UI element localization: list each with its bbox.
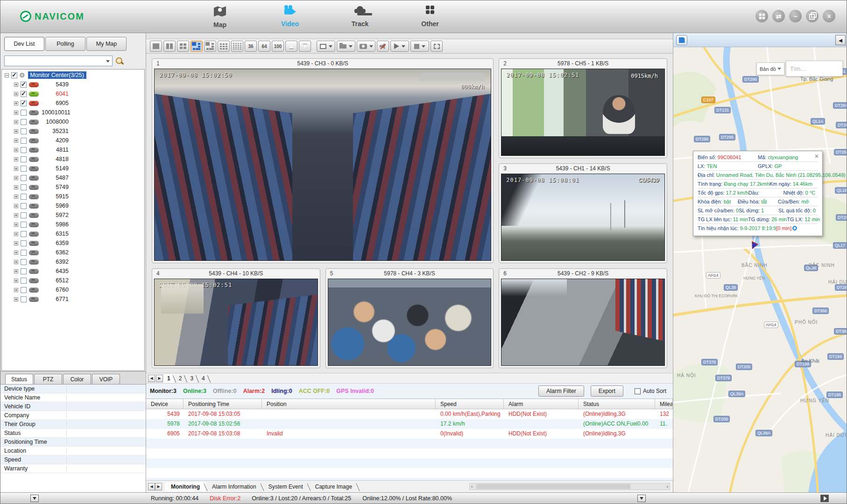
device-checkbox[interactable] bbox=[21, 240, 27, 246]
statusbar-left-dropdown-button[interactable] bbox=[30, 495, 39, 502]
expand-icon[interactable] bbox=[14, 269, 18, 273]
device-checkbox[interactable] bbox=[21, 203, 27, 209]
tab-dev-list[interactable]: Dev List bbox=[4, 37, 44, 51]
tree-device-row[interactable]: 4811 bbox=[2, 145, 144, 154]
device-id[interactable]: 4818 bbox=[42, 156, 69, 162]
tree-device-row[interactable]: 35231 bbox=[2, 126, 144, 136]
tree-device-row[interactable]: 6392 bbox=[2, 257, 144, 266]
chevron-down-icon[interactable] bbox=[422, 45, 425, 49]
tab-my-map[interactable]: My Map bbox=[86, 37, 127, 51]
save-icon[interactable] bbox=[676, 35, 687, 45]
expand-icon[interactable] bbox=[14, 92, 18, 96]
expand-icon[interactable] bbox=[14, 101, 18, 105]
tree-device-row[interactable]: 5439 bbox=[2, 80, 144, 89]
tabs-prev-button[interactable]: ◀ bbox=[148, 483, 155, 490]
layout-8-button[interactable] bbox=[204, 41, 216, 52]
scrollbar-thumb[interactable] bbox=[476, 484, 630, 489]
statusbar-right-dropdown-button[interactable] bbox=[637, 495, 646, 502]
chevron-down-icon[interactable] bbox=[402, 45, 405, 49]
device-checkbox[interactable] bbox=[21, 175, 27, 181]
tree-device-row[interactable]: 5149 bbox=[2, 164, 144, 173]
device-id[interactable]: 5969 bbox=[42, 203, 69, 209]
tab-system-event[interactable]: System Event bbox=[262, 482, 309, 491]
expand-icon[interactable] bbox=[14, 251, 18, 255]
tree-root-label[interactable]: Monitor Center(3/25) bbox=[28, 71, 86, 79]
tab-voip[interactable]: VOIP bbox=[92, 374, 120, 385]
expand-icon[interactable] bbox=[14, 129, 18, 133]
layout-9-button[interactable] bbox=[218, 41, 230, 52]
expand-icon[interactable] bbox=[14, 157, 18, 161]
layout-36-button[interactable]: 36 bbox=[245, 41, 257, 52]
layout-2-button[interactable] bbox=[163, 41, 176, 52]
expand-icon[interactable] bbox=[14, 288, 18, 292]
device-id[interactable]: 6362 bbox=[42, 249, 69, 256]
video-page-1[interactable]: 1 bbox=[164, 374, 175, 383]
video-page-3[interactable]: 3 bbox=[187, 374, 198, 383]
device-checkbox[interactable] bbox=[21, 259, 27, 265]
map-search-input[interactable] bbox=[786, 61, 843, 77]
device-id[interactable]: 6905 bbox=[42, 100, 69, 106]
tree-device-row[interactable]: 6512 bbox=[2, 276, 144, 285]
device-id[interactable]: 6435 bbox=[42, 268, 69, 274]
video-panel[interactable]: 5 5978 - CH4 - 3 KB/S bbox=[325, 268, 494, 368]
video-feed[interactable]: 2017-09-08 15:02:50 000km/h bbox=[154, 69, 491, 261]
nav-other[interactable]: Other bbox=[411, 4, 449, 28]
expand-icon[interactable] bbox=[14, 139, 18, 143]
device-id[interactable]: 6771 bbox=[42, 296, 69, 302]
device-checkbox[interactable] bbox=[21, 268, 27, 274]
gear-icon[interactable]: ⚙ bbox=[19, 72, 25, 78]
export-button[interactable]: Export bbox=[591, 385, 623, 397]
nav-track[interactable]: Track bbox=[341, 4, 379, 28]
device-id[interactable]: 6760 bbox=[42, 287, 69, 293]
device-id[interactable]: 5487 bbox=[42, 175, 69, 181]
tree-device-row[interactable]: 5986 bbox=[2, 220, 144, 229]
layout-1-button[interactable] bbox=[150, 41, 162, 52]
play-dropdown-button[interactable] bbox=[390, 41, 409, 52]
video-page-4[interactable]: 4 bbox=[198, 374, 209, 383]
col-position[interactable]: Position bbox=[262, 399, 436, 409]
device-checkbox[interactable] bbox=[21, 194, 27, 200]
device-checkbox[interactable] bbox=[21, 100, 27, 106]
device-id[interactable]: 6041 bbox=[42, 91, 69, 97]
snapshot-dropdown-button[interactable] bbox=[357, 41, 375, 52]
device-checkbox[interactable] bbox=[21, 212, 27, 218]
tab-monitoring[interactable]: Monitoring bbox=[165, 482, 206, 491]
chevron-down-icon[interactable] bbox=[106, 60, 110, 64]
storage-dropdown-button[interactable] bbox=[337, 41, 355, 52]
video-panel[interactable]: 1 5439 - CH3 - 0 KB/S 2017-09-08 15:02:5… bbox=[152, 58, 494, 263]
tree-device-row[interactable]: 6362 bbox=[2, 248, 144, 257]
device-checkbox[interactable] bbox=[21, 128, 27, 134]
scroll-right-icon[interactable]: › bbox=[667, 484, 668, 489]
expand-icon[interactable] bbox=[14, 241, 18, 245]
layout-16-button[interactable] bbox=[231, 41, 243, 52]
video-feed[interactable] bbox=[328, 279, 492, 366]
popup-close-icon[interactable]: ✕ bbox=[814, 153, 819, 160]
video-feed[interactable]: 2017-09-08 15:02:51 0915km/h bbox=[501, 69, 665, 156]
device-checkbox[interactable] bbox=[21, 222, 27, 228]
video-feed[interactable] bbox=[501, 279, 665, 366]
device-checkbox[interactable] bbox=[21, 287, 27, 293]
device-id[interactable]: 5915 bbox=[42, 193, 69, 200]
map-canvas[interactable]: DT281 DT296 C107 DT294 DT131 QL1A DT263 … bbox=[673, 47, 847, 492]
chevron-down-icon[interactable] bbox=[349, 45, 353, 49]
expand-icon[interactable] bbox=[14, 279, 18, 283]
device-id[interactable]: 5439 bbox=[42, 81, 69, 88]
statusbar-expand-button[interactable] bbox=[820, 495, 829, 502]
nav-map[interactable]: Map bbox=[201, 4, 239, 28]
page-down-button[interactable] bbox=[299, 41, 311, 52]
tab-alarm-information[interactable]: Alarm Information bbox=[206, 482, 262, 491]
tree-device-row[interactable]: 6435 bbox=[2, 266, 144, 276]
table-row[interactable]: 5439 2017-09-08 15:03:05 0.00 km/h(East)… bbox=[146, 409, 673, 419]
device-checkbox[interactable] bbox=[21, 138, 27, 144]
monitor-dropdown-button[interactable] bbox=[317, 41, 335, 52]
vehicle-marker[interactable] bbox=[750, 242, 757, 250]
device-id[interactable]: 6512 bbox=[42, 277, 69, 284]
device-checkbox[interactable] bbox=[21, 184, 27, 190]
expand-icon[interactable] bbox=[14, 204, 18, 208]
mute-button[interactable] bbox=[377, 41, 389, 52]
page-up-button[interactable] bbox=[285, 41, 297, 52]
tree-device-row[interactable]: 5749 bbox=[2, 182, 144, 192]
device-checkbox[interactable] bbox=[21, 296, 27, 302]
video-panel[interactable]: 6 5439 - CH2 - 9 KB/S bbox=[499, 268, 667, 368]
tree-device-row[interactable]: 1008000 bbox=[2, 117, 144, 126]
